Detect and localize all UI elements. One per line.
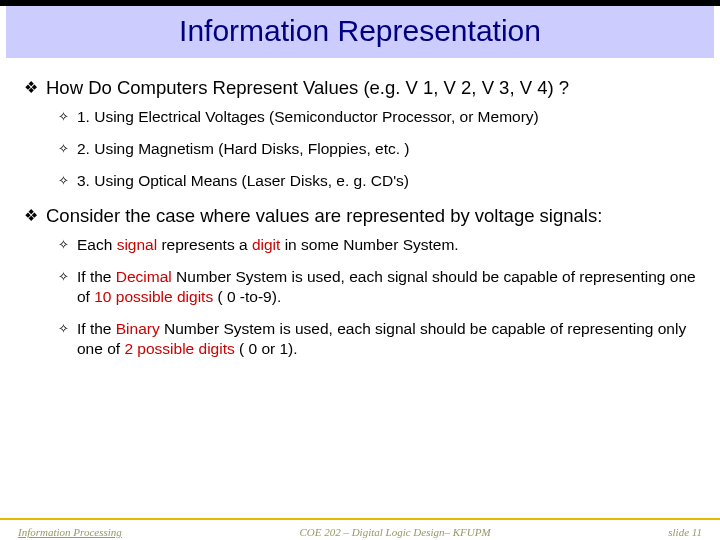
diamond-filled-icon: ❖ — [24, 78, 38, 97]
diamond-open-icon: ✧ — [58, 109, 69, 124]
bullet-sub-2-1: ✧ Each signal represents a digit in some… — [58, 235, 696, 255]
bullet-text: How Do Computers Represent Values (e.g. … — [46, 76, 569, 99]
highlight-binary: Binary — [116, 320, 160, 337]
highlight-2digits: 2 possible digits — [124, 340, 234, 357]
bullet-sub-1-3: ✧ 3. Using Optical Means (Laser Disks, e… — [58, 171, 696, 191]
bullet-text: Each signal represents a digit in some N… — [77, 235, 459, 255]
footer-right: slide 11 — [668, 526, 702, 538]
bullet-sub-2-2: ✧ If the Decimal Number System is used, … — [58, 267, 696, 307]
bullet-main-2: ❖ Consider the case where values are rep… — [24, 204, 696, 227]
bullet-text: If the Binary Number System is used, eac… — [77, 319, 696, 359]
title-bar: Information Representation — [6, 6, 714, 58]
diamond-open-icon: ✧ — [58, 321, 69, 336]
diamond-open-icon: ✧ — [58, 173, 69, 188]
diamond-filled-icon: ❖ — [24, 206, 38, 225]
bullet-main-1: ❖ How Do Computers Represent Values (e.g… — [24, 76, 696, 99]
slide: Information Representation ❖ How Do Comp… — [0, 6, 720, 540]
slide-title: Information Representation — [6, 14, 714, 48]
bullet-sub-2-3: ✧ If the Binary Number System is used, e… — [58, 319, 696, 359]
highlight-digit: digit — [252, 236, 280, 253]
highlight-signal: signal — [117, 236, 158, 253]
bullet-text: 1. Using Electrical Voltages (Semiconduc… — [77, 107, 539, 127]
bullet-sub-1-2: ✧ 2. Using Magnetism (Hard Disks, Floppi… — [58, 139, 696, 159]
highlight-10digits: 10 possible digits — [94, 288, 213, 305]
bullet-text: 3. Using Optical Means (Laser Disks, e. … — [77, 171, 409, 191]
bullet-text: Consider the case where values are repre… — [46, 204, 602, 227]
footer-left: Information Processing — [18, 526, 122, 538]
highlight-decimal: Decimal — [116, 268, 172, 285]
footer-center: COE 202 – Digital Logic Design– KFUPM — [299, 526, 490, 538]
bullet-text: 2. Using Magnetism (Hard Disks, Floppies… — [77, 139, 410, 159]
diamond-open-icon: ✧ — [58, 237, 69, 252]
slide-content: ❖ How Do Computers Represent Values (e.g… — [0, 58, 720, 359]
diamond-open-icon: ✧ — [58, 269, 69, 284]
slide-footer: Information Processing COE 202 – Digital… — [0, 518, 720, 540]
bullet-text: If the Decimal Number System is used, ea… — [77, 267, 696, 307]
diamond-open-icon: ✧ — [58, 141, 69, 156]
bullet-sub-1-1: ✧ 1. Using Electrical Voltages (Semicond… — [58, 107, 696, 127]
